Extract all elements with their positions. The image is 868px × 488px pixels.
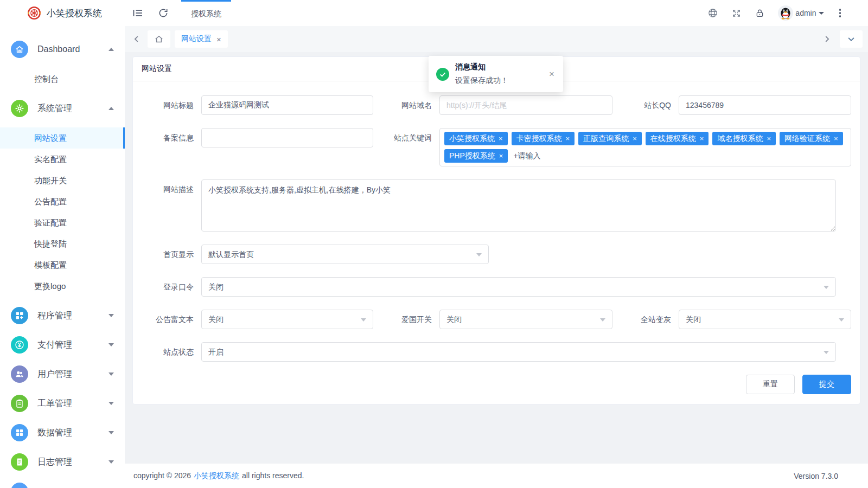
toast-notification: 消息通知 设置保存成功！ × [429, 56, 563, 92]
sidebar-item-payment-management[interactable]: 支付管理 [0, 330, 125, 359]
tabs-dropdown-button[interactable] [840, 30, 863, 48]
site-gray-label: 全站变灰 [612, 310, 671, 329]
sidebar-subitem-quick-login[interactable]: 快捷登陆 [0, 233, 125, 254]
sidebar-item-label: 系统管理 [37, 103, 72, 114]
tag-close-icon[interactable]: × [834, 135, 838, 142]
dashboard-submenu: 控制台 [0, 64, 125, 94]
keyword-add-input[interactable]: +请输入 [513, 149, 540, 163]
patriotic-switch-select[interactable]: 关闭 [439, 310, 612, 329]
doc-icon [11, 453, 28, 471]
success-check-icon [436, 68, 449, 81]
sidebar-item-partial[interactable] [0, 477, 125, 488]
sidebar-item-ticket-management[interactable]: 工单管理 [0, 389, 125, 418]
site-title-input[interactable] [201, 95, 373, 115]
announcement-richtext-select[interactable]: 关闭 [201, 310, 373, 329]
content-area: 网站设置 网站标题 网站域名 站长QQ 备案信息 站点关键词 [125, 52, 868, 464]
tabs-scroll-right-icon[interactable] [820, 35, 833, 43]
keyword-tag: 网络验证系统× [780, 132, 843, 145]
sidebar-subitem-verify-config[interactable]: 验证配置 [0, 212, 125, 233]
language-globe-icon[interactable] [707, 8, 718, 18]
copyright-link[interactable]: 小笑授权系统 [194, 471, 239, 481]
grid-icon [11, 424, 28, 441]
lock-icon[interactable] [755, 8, 765, 18]
user-menu[interactable]: admin [778, 5, 824, 21]
collapse-menu-icon[interactable] [125, 0, 151, 26]
app-logo-icon [27, 6, 41, 20]
sidebar-item-system-management[interactable]: 系统管理 [0, 94, 125, 123]
chevron-down-icon [108, 373, 114, 376]
app-tab[interactable]: 授权系统 [181, 0, 231, 26]
sidebar-item-dashboard[interactable]: Dashboard [0, 35, 125, 64]
login-password-select[interactable]: 关闭 [201, 277, 836, 297]
sidebar-subitem-feature-switch[interactable]: 功能开关 [0, 170, 125, 191]
keyword-tag: 正版查询系统× [578, 132, 642, 145]
sidebar-item-log-management[interactable]: 日志管理 [0, 447, 125, 477]
sidebar-subitem-change-logo[interactable]: 更换logo [0, 275, 125, 297]
gear-icon [11, 100, 28, 117]
sidebar-item-user-management[interactable]: 用户管理 [0, 359, 125, 389]
chevron-down-icon [108, 402, 114, 405]
chevron-down-icon [819, 12, 824, 15]
copyright-suffix: all rights reserved. [242, 471, 304, 481]
avatar [778, 5, 793, 21]
sidebar-item-label: 工单管理 [37, 398, 72, 409]
app-logo-row: 小笑授权系统 [0, 0, 125, 26]
home-tab-button[interactable] [148, 30, 170, 48]
tab-close-icon[interactable]: × [216, 35, 221, 44]
toast-title: 消息通知 [455, 62, 542, 72]
copyright: copyright © 2026 小笑授权系统 all rights reser… [133, 471, 304, 481]
tag-close-icon[interactable]: × [700, 135, 704, 142]
tag-close-icon[interactable]: × [499, 152, 503, 159]
more-options-icon[interactable] [837, 7, 844, 20]
refresh-icon[interactable] [151, 0, 176, 26]
tab-site-settings[interactable]: 网站设置 × [175, 30, 228, 48]
main-area: 授权系统 [125, 0, 868, 488]
icp-info-input[interactable] [201, 128, 373, 147]
sidebar-item-label: 支付管理 [37, 339, 72, 351]
sidebar-subitem-site-settings[interactable]: 网站设置 [0, 127, 125, 149]
site-domain-label: 网站域名 [373, 95, 432, 115]
tag-close-icon[interactable]: × [633, 135, 637, 142]
keyword-tag: 小笑授权系统× [444, 132, 508, 145]
topbar-right: admin [707, 0, 868, 26]
site-gray-select[interactable]: 关闭 [679, 310, 851, 329]
tab-label: 网站设置 [181, 34, 212, 44]
webmaster-qq-input[interactable] [679, 95, 851, 115]
toast-texts: 消息通知 设置保存成功！ [455, 62, 542, 86]
keywords-box[interactable]: 小笑授权系统× 卡密授权系统× 正版查询系统× 在线授权系统× 域名授权系统× … [439, 128, 851, 166]
home-display-select[interactable]: 默认显示首页 [201, 245, 489, 264]
site-status-select[interactable]: 开启 [201, 342, 836, 362]
keyword-tag: 在线授权系统× [646, 132, 709, 145]
fullscreen-icon[interactable] [731, 8, 742, 18]
sidebar-item-program-management[interactable]: 程序管理 [0, 301, 125, 330]
site-desc-textarea[interactable]: 小笑授权系统支持,服务器,虚拟主机,在线搭建，By小笑 [201, 179, 836, 232]
announcement-richtext-label: 公告富文本 [142, 310, 194, 329]
toast-close-icon[interactable]: × [548, 69, 556, 80]
settings-form: 网站标题 网站域名 站长QQ 备案信息 站点关键词 小笑授权系统× 卡密授权系统… [133, 81, 860, 404]
tag-close-icon[interactable]: × [566, 135, 570, 142]
sidebar-subitem-console[interactable]: 控制台 [0, 68, 125, 89]
webmaster-qq-label: 站长QQ [612, 95, 671, 115]
yen-icon [11, 336, 28, 354]
chevron-down-icon [108, 431, 114, 434]
chevron-up-icon [108, 107, 114, 110]
top-header-bar: 授权系统 [125, 0, 868, 26]
sidebar-subitem-template-config[interactable]: 模板配置 [0, 254, 125, 275]
keyword-tag: PHP授权系统× [444, 149, 508, 163]
chevron-down-icon [108, 343, 114, 346]
site-domain-input[interactable] [439, 95, 612, 115]
sidebar-subitem-announcement-config[interactable]: 公告配置 [0, 191, 125, 212]
tabs-scroll-left-icon[interactable] [130, 35, 143, 43]
sidebar-subitem-realname-config[interactable]: 实名配置 [0, 149, 125, 170]
sidebar-item-label: 数据管理 [37, 427, 72, 439]
tag-close-icon[interactable]: × [767, 135, 771, 142]
submit-button[interactable]: 提交 [802, 375, 851, 394]
home-icon [11, 41, 28, 58]
keyword-tag: 卡密授权系统× [512, 132, 575, 145]
reset-button[interactable]: 重置 [746, 375, 795, 394]
system-submenu: 网站设置 实名配置 功能开关 公告配置 验证配置 快捷登陆 模板配置 更换log… [0, 123, 125, 301]
tag-close-icon[interactable]: × [499, 135, 503, 142]
chevron-down-icon [108, 460, 114, 464]
sidebar-item-data-management[interactable]: 数据管理 [0, 418, 125, 447]
tab-strip: 网站设置 × [125, 26, 868, 52]
